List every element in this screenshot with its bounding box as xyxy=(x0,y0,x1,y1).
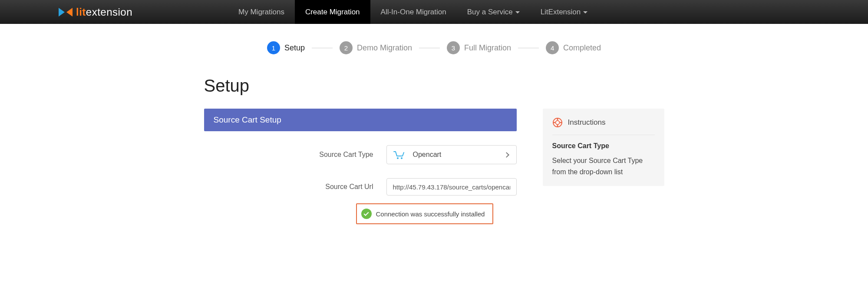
step-completed[interactable]: 4 Completed xyxy=(546,41,601,54)
step-setup[interactable]: 1 Setup xyxy=(267,41,305,54)
nav-all-in-one[interactable]: All-In-One Migration xyxy=(370,0,457,24)
svg-rect-8 xyxy=(553,122,555,123)
svg-rect-6 xyxy=(557,118,558,120)
nav-create-migration[interactable]: Create Migration xyxy=(295,0,370,24)
connection-status-text: Connection was successfully installed xyxy=(376,210,485,218)
logo-text: litextension xyxy=(76,6,132,18)
nav-brand-menu[interactable]: LitExtension xyxy=(530,0,598,24)
top-navbar: litextension My Migrations Create Migrat… xyxy=(0,0,868,24)
step-divider xyxy=(518,48,539,48)
instructions-title: Instructions xyxy=(568,118,606,127)
progress-stepper: 1 Setup 2 Demo Migration 3 Full Migratio… xyxy=(204,41,664,54)
step-divider xyxy=(419,48,440,48)
svg-marker-1 xyxy=(66,8,73,17)
logo[interactable]: litextension xyxy=(59,6,132,18)
instructions-body: Select your Source Cart Type from the dr… xyxy=(552,155,655,177)
caret-down-icon xyxy=(583,11,587,13)
step-full-migration[interactable]: 3 Full Migration xyxy=(447,41,511,54)
chevron-right-icon xyxy=(504,152,509,158)
svg-marker-0 xyxy=(59,8,65,17)
panel-header: Source Cart Setup xyxy=(204,109,517,131)
instructions-panel: Instructions Source Cart Type Select you… xyxy=(543,109,664,186)
page-title: Setup xyxy=(204,76,664,96)
nav-my-migrations[interactable]: My Migrations xyxy=(228,0,295,24)
svg-rect-9 xyxy=(560,122,562,123)
svg-point-5 xyxy=(555,121,559,125)
source-cart-url-input[interactable] xyxy=(386,178,517,196)
instructions-subtitle: Source Cart Type xyxy=(552,142,655,150)
svg-point-2 xyxy=(397,157,399,159)
svg-rect-7 xyxy=(557,125,558,127)
connection-status: Connection was successfully installed xyxy=(356,203,494,224)
caret-down-icon xyxy=(515,11,520,13)
source-cart-url-label: Source Cart Url xyxy=(204,183,373,191)
source-cart-type-label: Source Cart Type xyxy=(204,151,373,159)
life-ring-icon xyxy=(552,117,563,128)
check-icon xyxy=(361,209,372,219)
step-demo-migration[interactable]: 2 Demo Migration xyxy=(340,41,412,54)
logo-icon xyxy=(59,7,73,17)
cart-icon xyxy=(393,150,405,159)
source-cart-type-value: Opencart xyxy=(413,151,497,159)
nav-buy-service[interactable]: Buy a Service xyxy=(457,0,530,24)
step-divider xyxy=(312,48,333,48)
svg-point-3 xyxy=(401,157,403,159)
source-cart-type-select[interactable]: Opencart xyxy=(386,145,517,164)
